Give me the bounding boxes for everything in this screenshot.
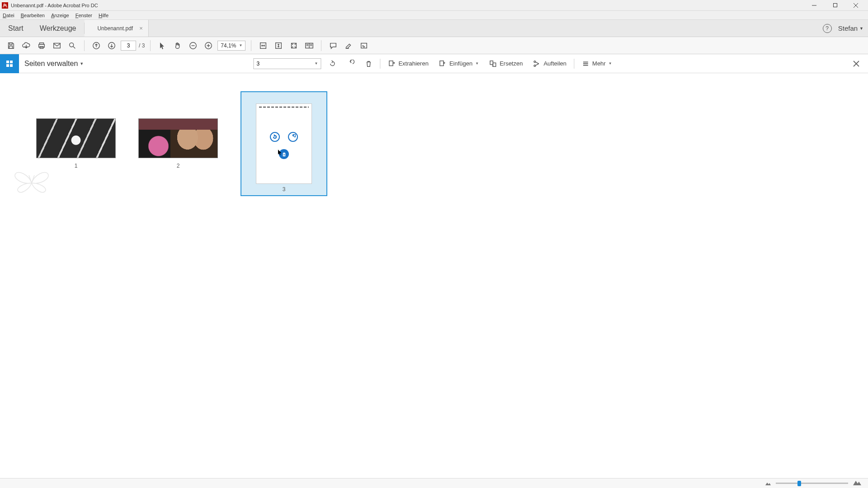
- more-button[interactable]: Mehr ▼: [579, 57, 615, 70]
- menu-help[interactable]: Hilfe: [99, 13, 108, 18]
- minimize-button[interactable]: [804, 0, 825, 11]
- help-icon[interactable]: ?: [823, 24, 832, 33]
- tab-start[interactable]: Start: [0, 20, 32, 37]
- fit-visible-button[interactable]: [288, 39, 300, 52]
- page-total-label: / 3: [139, 42, 145, 49]
- print-button[interactable]: [35, 39, 48, 52]
- thumbnail-number: 2: [177, 163, 180, 169]
- slider-knob[interactable]: [797, 481, 801, 486]
- chevron-down-icon: ▼: [475, 61, 479, 66]
- insert-label: Einfügen: [449, 60, 472, 67]
- page-range-value: 3: [256, 61, 259, 67]
- thumbnail-number: 3: [241, 186, 326, 192]
- chevron-down-icon: ▼: [859, 26, 863, 31]
- thumbnail-zoom-slider[interactable]: [776, 483, 848, 484]
- more-label: Mehr: [592, 60, 606, 67]
- chevron-down-icon: ▼: [80, 61, 84, 66]
- zoom-level-select[interactable]: 74,1% ▼: [217, 41, 245, 51]
- comment-button[interactable]: [327, 39, 340, 52]
- rotate-cw-icon[interactable]: [288, 132, 298, 142]
- zoom-out-button[interactable]: [187, 39, 199, 52]
- thumbnail-image: [138, 118, 218, 158]
- svg-rect-43: [583, 65, 588, 66]
- organize-pages-title-text: Seiten verwalten: [24, 60, 78, 68]
- zoom-level-value: 74,1%: [221, 42, 236, 49]
- rotate-ccw-icon[interactable]: [270, 132, 280, 142]
- svg-rect-42: [583, 63, 588, 64]
- extract-label: Extrahieren: [398, 60, 428, 67]
- read-mode-button[interactable]: [303, 39, 316, 52]
- svg-point-40: [534, 65, 536, 66]
- thumbnail-image: [36, 118, 116, 158]
- rotate-cw-button[interactable]: [344, 57, 357, 70]
- organize-pages-title[interactable]: Seiten verwalten ▼: [24, 60, 84, 68]
- chevron-down-icon: ▼: [314, 61, 318, 66]
- replace-button[interactable]: Ersetzen: [486, 57, 525, 70]
- fit-width-button[interactable]: [257, 39, 269, 52]
- menu-file[interactable]: Datei: [3, 13, 14, 18]
- search-button[interactable]: [66, 39, 79, 52]
- chevron-down-icon: ▼: [609, 61, 612, 66]
- zoom-in-button[interactable]: [202, 39, 215, 52]
- window-title: Unbenannt.pdf - Adobe Acrobat Pro DC: [11, 3, 98, 8]
- svg-rect-32: [10, 61, 13, 63]
- sign-button[interactable]: [358, 39, 370, 52]
- svg-rect-37: [490, 61, 493, 64]
- tab-document-label: Unbenannt.pdf: [97, 25, 133, 32]
- svg-rect-35: [389, 61, 393, 66]
- split-label: Aufteilen: [543, 60, 566, 67]
- svg-rect-41: [583, 61, 588, 62]
- svg-rect-2: [833, 4, 837, 7]
- menu-window[interactable]: Fenster: [75, 13, 92, 18]
- titlebar: Unbenannt.pdf - Adobe Acrobat Pro DC: [0, 0, 868, 11]
- page-thumbnail[interactable]: 2: [138, 118, 218, 169]
- svg-line-12: [73, 46, 75, 48]
- fit-page-button[interactable]: [272, 39, 285, 52]
- next-page-button[interactable]: [105, 39, 118, 52]
- svg-rect-8: [39, 44, 45, 47]
- delete-page-button[interactable]: [362, 57, 375, 70]
- mail-button[interactable]: [51, 39, 63, 52]
- page-range-input[interactable]: 3 ▼: [253, 58, 321, 69]
- prev-page-button[interactable]: [90, 39, 103, 52]
- close-panel-button[interactable]: [851, 58, 862, 69]
- hand-tool-button[interactable]: [171, 39, 184, 52]
- cursor-icon: [278, 149, 282, 157]
- svg-point-39: [534, 61, 536, 62]
- rotate-ccw-button[interactable]: [326, 57, 339, 70]
- svg-rect-38: [493, 63, 495, 66]
- save-button[interactable]: [5, 39, 17, 52]
- cloud-button[interactable]: [20, 39, 33, 52]
- tabbar: Start Werkzeuge Unbenannt.pdf × ? Stefan…: [0, 20, 868, 37]
- user-menu[interactable]: Stefan ▼: [838, 24, 863, 32]
- page-thumbnail[interactable]: 1: [36, 118, 116, 169]
- insert-button[interactable]: Einfügen ▼: [436, 57, 481, 70]
- highlight-button[interactable]: [342, 39, 355, 52]
- tab-document[interactable]: Unbenannt.pdf ×: [85, 20, 148, 37]
- tab-close-icon[interactable]: ×: [139, 25, 143, 32]
- zoom-small-icon[interactable]: [765, 479, 771, 488]
- menu-view[interactable]: Anzeige: [51, 13, 69, 18]
- organize-pages-toolbar: Seiten verwalten ▼ 3 ▼ Extrahieren Einfü…: [0, 54, 868, 73]
- maximize-button[interactable]: [825, 0, 845, 11]
- page-thumbnail-selected[interactable]: 3: [241, 91, 327, 196]
- extract-button[interactable]: Extrahieren: [385, 57, 431, 70]
- svg-rect-6: [9, 46, 12, 48]
- tab-tools[interactable]: Werkzeuge: [32, 20, 85, 37]
- selection-tool-button[interactable]: [156, 39, 169, 52]
- thumbnails-area[interactable]: 1 2: [0, 73, 868, 214]
- svg-point-11: [70, 42, 74, 47]
- page-number-input[interactable]: [121, 41, 136, 51]
- menu-edit[interactable]: Bearbeiten: [21, 13, 45, 18]
- watermark-butterfly-icon: [14, 167, 50, 201]
- thumbnail-image: 3: [241, 91, 327, 196]
- zoom-large-icon[interactable]: [853, 479, 862, 488]
- svg-rect-33: [6, 64, 9, 67]
- organize-pages-icon: [0, 54, 19, 73]
- svg-rect-36: [440, 61, 443, 66]
- app-icon: [2, 2, 8, 9]
- close-button[interactable]: [845, 0, 866, 11]
- menubar: Datei Bearbeiten Anzeige Fenster Hilfe: [0, 11, 868, 20]
- split-button[interactable]: Aufteilen: [530, 57, 569, 70]
- svg-rect-5: [9, 42, 12, 45]
